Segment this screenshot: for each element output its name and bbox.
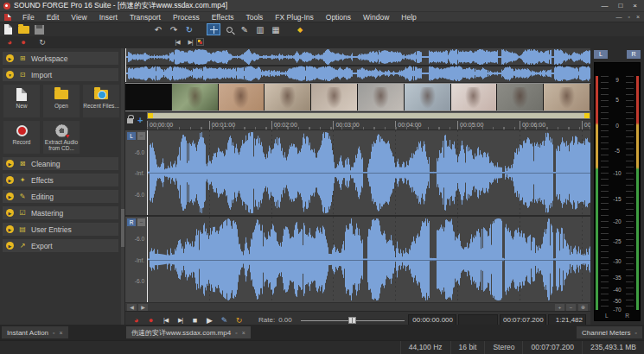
menu-item[interactable]: Edit [41, 12, 66, 22]
doc-close-button[interactable]: × [636, 12, 640, 22]
channel-minimize-button[interactable]: – [137, 132, 145, 140]
right-channel-button[interactable]: R [127, 218, 136, 226]
navigate-tool-button[interactable] [207, 23, 220, 35]
menu-item[interactable]: Tools [240, 12, 270, 22]
focus-cross-icon[interactable]: + [137, 115, 143, 125]
expand-arrow-icon[interactable]: ▶ [6, 54, 14, 62]
ruler-tick: 00:02:00 [271, 121, 297, 130]
video-thumbnail[interactable] [265, 84, 311, 111]
channel-meters-tab[interactable]: Channel Meters ▫ [577, 326, 642, 338]
menu-item[interactable]: View [65, 12, 92, 22]
magnify-tool-button[interactable] [222, 23, 236, 35]
menu-item[interactable]: Transport [124, 12, 167, 22]
sidebar-section-effects[interactable]: ▶ ✦ Effects [3, 174, 118, 186]
close-button[interactable]: × [633, 0, 637, 11]
rate-slider-handle[interactable] [348, 317, 356, 324]
zoom-selection-button[interactable]: ⊕ [578, 304, 588, 311]
menu-item[interactable]: Insert [93, 12, 124, 22]
menu-item[interactable]: Process [167, 12, 206, 22]
sidebar-section-cleaning[interactable]: ▶ ⊠ Cleaning [3, 157, 118, 170]
new-file-button[interactable] [1, 23, 15, 35]
video-thumbnail[interactable] [311, 84, 358, 111]
left-channel-button[interactable]: L [127, 132, 136, 140]
menu-item[interactable]: File [16, 12, 41, 22]
menu-item[interactable]: Help [395, 12, 422, 22]
close-tab-icon[interactable]: × [242, 330, 245, 336]
sidebar-section-export[interactable]: ▶ ↗ Export [3, 239, 118, 252]
video-thumbnail[interactable] [358, 84, 405, 111]
float-window-icon[interactable]: ▫ [235, 330, 237, 336]
expand-arrow-icon[interactable]: ▶ [6, 242, 14, 250]
video-thumbnail[interactable] [544, 84, 590, 111]
scroll-left-button[interactable]: ◀ [127, 304, 137, 311]
zoom-out-button[interactable]: − [566, 304, 576, 311]
loop-icon[interactable]: ↻ [36, 36, 48, 47]
undo-button[interactable]: ↶ [151, 23, 165, 35]
scroll-right-button[interactable]: ▶ [138, 304, 148, 311]
tab-label: Instant Action [7, 329, 48, 337]
menu-item[interactable]: Effects [206, 12, 240, 22]
minimize-button[interactable]: — [601, 0, 608, 11]
video-thumbnail[interactable] [219, 84, 265, 111]
doc-minimize-button[interactable]: — [615, 12, 622, 22]
channel-minimize-button[interactable]: – [137, 218, 145, 226]
sidebar-section-workspace[interactable]: ▶ ⊞ Workspace [3, 52, 118, 65]
open-file-button[interactable] [16, 23, 30, 35]
expand-arrow-icon[interactable]: ▶ [6, 193, 14, 200]
snap-tool-button[interactable]: ▦ [269, 23, 283, 35]
sidebar-section-import[interactable]: ▼ ⊡ Import [3, 68, 118, 81]
repeat-button[interactable]: ↻ [182, 23, 196, 35]
record-icon[interactable]: ● [17, 36, 29, 47]
meter-left-button[interactable]: L [594, 50, 608, 59]
collapse-arrow-icon[interactable]: ▼ [6, 71, 14, 79]
left-channel-waveform[interactable] [147, 130, 590, 215]
restore-button[interactable]: □ [618, 0, 622, 11]
zoom-in-button[interactable]: + [555, 304, 564, 311]
waveform-overview-canvas[interactable] [125, 48, 590, 82]
expand-arrow-icon[interactable]: ▶ [6, 209, 14, 217]
video-thumbnail[interactable] [497, 84, 544, 111]
pencil-tool-button[interactable]: ✎ [238, 23, 252, 35]
doc-restore-button[interactable]: ▫ [628, 12, 629, 22]
expand-arrow-icon[interactable]: ▶ [6, 160, 14, 168]
recent-files-tile[interactable]: Recent Files... [83, 85, 119, 117]
sidebar-section-editing[interactable]: ▶ ✎ Editing [3, 190, 118, 203]
right-channel-waveform[interactable] [147, 217, 590, 302]
mixer-grid-icon[interactable] [196, 38, 204, 46]
timeline-ruler[interactable]: 00:00:0000:01:0000:02:0000:03:0000:04:00… [147, 120, 590, 130]
menu-item[interactable]: Window [357, 12, 395, 22]
save-file-button[interactable] [32, 23, 46, 35]
record-action-tile[interactable]: Record [3, 121, 40, 154]
video-thumbnail[interactable] [405, 84, 451, 111]
close-tab-icon[interactable]: × [60, 330, 63, 336]
video-thumbnail[interactable] [125, 84, 172, 111]
float-window-icon[interactable]: ▫ [53, 330, 54, 336]
sidebar-section-user-entries[interactable]: ▶ ▤ User Entries [3, 223, 118, 236]
record-options-icon[interactable]: ◕ [3, 36, 16, 47]
go-to-end-icon[interactable]: ▶| [184, 36, 196, 47]
float-window-icon[interactable]: ▫ [635, 330, 637, 336]
document-tab[interactable]: 伤速的安详www.ssdax.com.mp4 ▫ × [126, 326, 251, 338]
tab-label: Channel Meters [582, 329, 630, 337]
instant-action-tab[interactable]: Instant Action ▫ × [2, 326, 68, 338]
timeline-scrollbar[interactable] [147, 112, 590, 119]
touch-tool-button[interactable]: ◆ [293, 23, 307, 35]
open-folder-icon [54, 90, 68, 99]
redo-button[interactable]: ↷ [167, 23, 181, 35]
open-action-tile[interactable]: Open [43, 85, 80, 117]
expand-arrow-icon[interactable]: ▶ [6, 176, 14, 184]
sidebar-scrollbar[interactable] [121, 48, 124, 325]
meter-right-button[interactable]: R [627, 50, 641, 59]
mixer-tool-button[interactable]: ▥ [253, 23, 267, 35]
menu-item[interactable]: FX Plug-Ins [269, 12, 319, 22]
status-bar: 44,100 Hz16 bitStereo00:07:07.200235,493… [0, 340, 644, 354]
video-thumbnail[interactable] [451, 84, 498, 111]
expand-arrow-icon[interactable]: ▶ [6, 225, 14, 233]
lock-icon[interactable] [127, 118, 133, 123]
go-to-start-icon[interactable]: |◀ [171, 36, 183, 47]
extract-audio-tile[interactable]: Extract Audio from CD... [43, 121, 80, 154]
new-action-tile[interactable]: New [3, 85, 40, 117]
video-thumbnail[interactable] [172, 84, 219, 111]
menu-item[interactable]: Options [320, 12, 357, 22]
sidebar-section-mastering[interactable]: ▶ ☑ Mastering [3, 206, 118, 219]
